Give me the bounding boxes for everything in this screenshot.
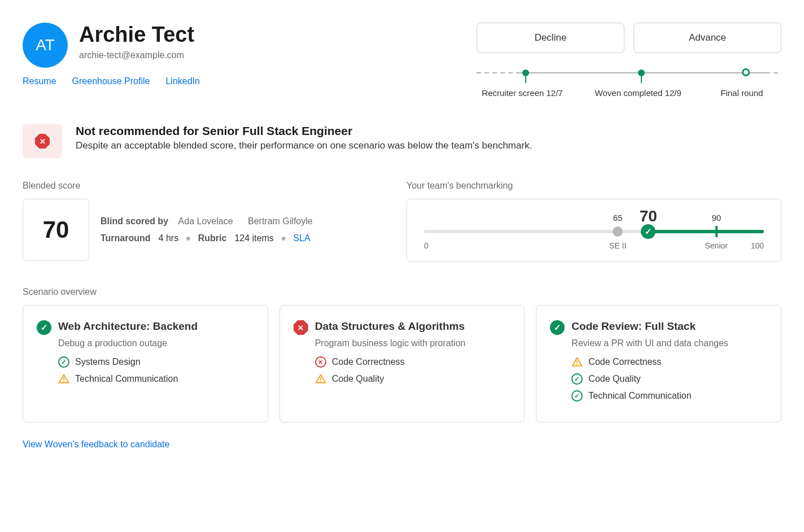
timeline-node-recruiter xyxy=(522,69,529,76)
turnaround-row: Turnaround4 hrs ● Rubric124 items ● SLA xyxy=(100,233,325,243)
scenario-subtitle: Debug a production outage xyxy=(58,338,254,348)
recommendation-banner: Not recommended for Senior Full Stack En… xyxy=(23,124,781,158)
profile-block: AT Archie Tect archie-tect@example.com R… xyxy=(23,23,200,86)
benchmark-se2-node xyxy=(613,226,623,237)
linkedin-link[interactable]: LinkedIn xyxy=(165,76,200,86)
benchmark-senior-tick xyxy=(715,226,718,237)
recommendation-icon-box xyxy=(23,124,62,158)
stop-icon xyxy=(35,134,50,149)
scenario-title: Code Review: Full Stack xyxy=(571,320,696,333)
benchmark-candidate-value: 70 xyxy=(640,207,657,225)
benchmark-max: 100 xyxy=(751,241,764,250)
greenhouse-link[interactable]: Greenhouse Profile xyxy=(72,76,150,86)
timeline-label-final: Final round xyxy=(720,88,763,98)
check-icon xyxy=(571,373,583,385)
scenario-card-dsa[interactable]: Data Structures & Algorithms Program bus… xyxy=(279,305,525,422)
skill-row: Code Quality xyxy=(315,373,511,385)
header-right: Decline Advance Recruiter screen 12/7 Wo… xyxy=(477,23,781,102)
skill-row: Code Quality xyxy=(571,373,767,385)
blended-score-label: Blended score xyxy=(23,181,373,191)
scenario-cards: Web Architecture: Backend Debug a produc… xyxy=(23,305,781,422)
x-circle-icon xyxy=(315,356,326,368)
svg-point-1 xyxy=(63,381,64,382)
check-icon xyxy=(58,356,69,368)
stop-icon xyxy=(294,320,308,335)
scenario-subtitle: Program business logic with proration xyxy=(315,338,511,348)
benchmark-se2-label: SE II xyxy=(609,241,626,250)
skill-row: Code Correctness xyxy=(571,356,767,368)
scores-row: Blended score 70 Blind scored by Ada Lov… xyxy=(23,181,781,262)
scenario-subtitle: Review a PR with UI and data changes xyxy=(571,338,767,348)
benchmark-box: 0 100 65 SE II 70 90 Senior xyxy=(407,199,781,262)
profile-links: Resume Greenhouse Profile LinkedIn xyxy=(23,76,200,86)
candidate-email: archie-tect@example.com xyxy=(79,50,194,60)
benchmark-label: Your team's benchmarking xyxy=(407,181,781,191)
decline-button[interactable]: Decline xyxy=(477,23,624,53)
warning-icon xyxy=(58,373,69,385)
timeline-label-woven: Woven completed 12/9 xyxy=(595,88,681,98)
benchmark-senior-label: Senior xyxy=(705,241,727,250)
advance-button[interactable]: Advance xyxy=(633,23,781,53)
warning-icon xyxy=(571,356,583,368)
check-icon xyxy=(571,390,583,402)
scorer-2: Bertram Gilfoyle xyxy=(248,216,313,226)
footer: View Woven's feedback to candidate xyxy=(23,439,781,450)
scenario-card-web-arch[interactable]: Web Architecture: Backend Debug a produc… xyxy=(23,305,268,422)
timeline-node-final xyxy=(742,68,750,76)
scenario-card-code-review[interactable]: Code Review: Full Stack Review a PR with… xyxy=(536,305,781,422)
timeline-label-recruiter: Recruiter screen 12/7 xyxy=(482,88,562,98)
candidate-name: Archie Tect xyxy=(79,23,194,47)
scenario-overview-label: Scenario overview xyxy=(23,287,781,297)
sla-link[interactable]: SLA xyxy=(293,233,310,243)
timeline-node-woven xyxy=(638,69,645,76)
svg-point-5 xyxy=(576,364,578,365)
benchmark-se2-value: 65 xyxy=(613,213,623,223)
check-circle-icon xyxy=(37,320,51,335)
check-circle-icon xyxy=(550,320,565,335)
benchmark-candidate-node xyxy=(641,224,656,239)
scorers-row: Blind scored by Ada Lovelace Bertram Gil… xyxy=(100,216,325,226)
warning-icon xyxy=(315,373,326,385)
skill-row: Code Correctness xyxy=(315,356,511,368)
svg-point-3 xyxy=(320,381,321,382)
header: AT Archie Tect archie-tect@example.com R… xyxy=(23,23,781,102)
skill-row: Systems Design xyxy=(58,356,254,368)
avatar: AT xyxy=(23,23,68,68)
scorer-1: Ada Lovelace xyxy=(178,216,233,226)
scenario-title: Web Architecture: Backend xyxy=(58,320,198,333)
benchmark-min: 0 xyxy=(424,241,429,250)
skill-row: Technical Communication xyxy=(571,390,767,402)
blended-score-value: 70 xyxy=(23,199,89,261)
pipeline-timeline: Recruiter screen 12/7 Woven completed 12… xyxy=(477,68,781,102)
skill-row: Technical Communication xyxy=(58,373,254,385)
scenario-title: Data Structures & Algorithms xyxy=(315,320,465,333)
recommendation-title: Not recommended for Senior Full Stack En… xyxy=(76,124,532,138)
recommendation-body: Despite an acceptable blended score, the… xyxy=(76,140,532,151)
benchmark-senior-value: 90 xyxy=(711,213,721,223)
resume-link[interactable]: Resume xyxy=(23,76,56,86)
feedback-link[interactable]: View Woven's feedback to candidate xyxy=(23,439,169,449)
